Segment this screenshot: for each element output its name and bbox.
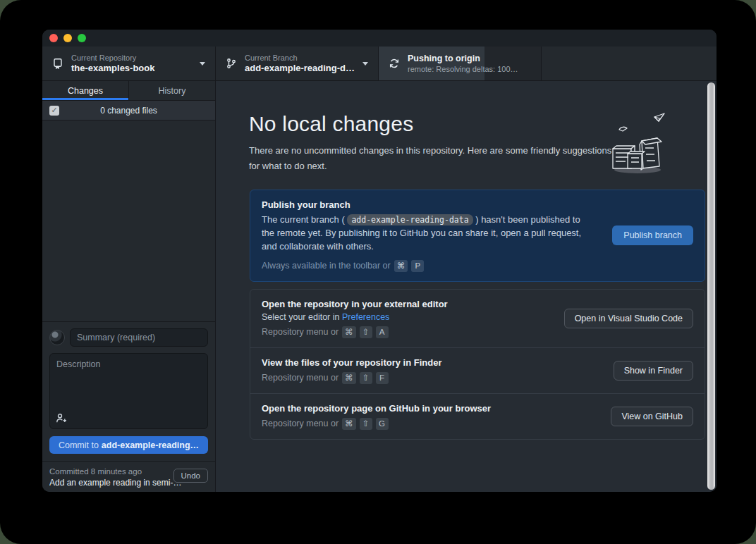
sidebar-tabs: Changes History: [42, 81, 215, 101]
zoom-button[interactable]: [78, 34, 86, 42]
cmd-key: ⌘: [342, 326, 356, 338]
close-button[interactable]: [49, 34, 58, 42]
changes-checkbox[interactable]: ✓: [49, 106, 59, 116]
chevron-down-icon: [200, 62, 205, 66]
g-key: G: [376, 418, 389, 430]
no-changes-illustration: [601, 111, 671, 176]
suggestion-shortcut: Repository menu or ⌘ ⇧ F: [262, 372, 602, 384]
cmd-key: ⌘: [342, 372, 356, 384]
current-branch-selector[interactable]: Current Branch add-example-reading-d…: [216, 47, 379, 80]
changed-files-count: 0 changed files: [42, 106, 215, 116]
chevron-down-icon: [362, 62, 368, 66]
page-subtitle: There are no uncommitted changes in this…: [249, 143, 612, 174]
push-to-origin-button[interactable]: Pushing to origin remote: Resolving delt…: [379, 47, 542, 80]
publish-branch-card: Publish your branch The current branch (…: [250, 190, 705, 282]
suggestion-view-on-github: Open the repository page on GitHub in yo…: [250, 393, 705, 439]
preferences-link[interactable]: Preferences: [342, 312, 389, 322]
changes-list-empty-area: [42, 120, 215, 321]
suggestion-shortcut: Repository menu or ⌘ ⇧ G: [262, 418, 599, 430]
cmd-key: ⌘: [342, 418, 356, 430]
suggestion-subtext: Select your editor in Preferences: [262, 312, 553, 322]
commit-button[interactable]: Commit to add-example-reading…: [49, 436, 208, 454]
shift-key: ⇧: [360, 326, 372, 338]
f-key: F: [376, 372, 389, 384]
sidebar: Changes History ✓ 0 changed files: [42, 81, 216, 492]
suggestion-show-in-finder: View the files of your repository in Fin…: [250, 347, 705, 393]
push-subtitle: remote: Resolving deltas: 100…: [408, 64, 531, 74]
no-changes-hero: No local changes There are no uncommitte…: [249, 112, 705, 174]
tab-changes[interactable]: Changes: [42, 81, 128, 100]
branch-selector-value: add-example-reading-d…: [245, 63, 357, 74]
suggestion-title: Open the repository page on GitHub in yo…: [262, 403, 599, 414]
suggestion-open-editor: Open the repository in your external edi…: [250, 290, 705, 347]
add-coauthor-icon[interactable]: [56, 413, 68, 424]
suggestion-title: Open the repository in your external edi…: [262, 299, 553, 309]
avatar: [49, 330, 65, 345]
publish-card-body: The current branch ( add-example-reading…: [262, 214, 590, 254]
push-title: Pushing to origin: [408, 53, 531, 64]
github-desktop-window: Current Repository the-examples-book Cur…: [42, 30, 717, 492]
suggestion-title: View the files of your repository in Fin…: [262, 357, 602, 368]
publish-shortcut-hint: Always available in the toolbar or ⌘ P: [262, 260, 601, 272]
summary-input[interactable]: [70, 328, 208, 347]
suggestions-card: Open the repository in your external edi…: [250, 289, 705, 440]
open-in-editor-button[interactable]: Open in Visual Studio Code: [564, 309, 693, 328]
p-key: P: [411, 260, 424, 272]
branch-selector-label: Current Branch: [245, 54, 357, 63]
commit-form: Commit to add-example-reading…: [42, 321, 215, 461]
undo-button[interactable]: Undo: [173, 469, 209, 483]
description-box: [49, 353, 208, 429]
repo-icon: [52, 58, 63, 69]
cmd-key: ⌘: [394, 260, 408, 272]
shift-key: ⇧: [360, 418, 372, 430]
sync-icon: [389, 58, 400, 69]
a-key: A: [376, 326, 389, 338]
suggestion-shortcut: Repository menu or ⌘ ⇧ A: [262, 326, 553, 338]
description-input[interactable]: [50, 354, 207, 410]
vertical-scrollbar[interactable]: [707, 82, 715, 490]
toolbar: Current Repository the-examples-book Cur…: [42, 47, 717, 81]
repo-selector-value: the-examples-book: [71, 63, 194, 74]
traffic-lights: [49, 34, 86, 42]
publish-card-title: Publish your branch: [262, 199, 601, 210]
current-repository-selector[interactable]: Current Repository the-examples-book: [42, 47, 216, 80]
repo-selector-label: Current Repository: [71, 54, 194, 63]
main-content: No local changes There are no uncommitte…: [216, 81, 717, 492]
titlebar: [42, 30, 717, 47]
git-branch-icon: [226, 58, 237, 69]
changed-files-row: ✓ 0 changed files: [42, 101, 215, 120]
minimize-button[interactable]: [63, 34, 72, 42]
shift-key: ⇧: [360, 372, 372, 384]
last-commit-bar: Committed 8 minutes ago Add an example r…: [42, 461, 215, 492]
view-on-github-button[interactable]: View on GitHub: [611, 407, 693, 426]
tab-history[interactable]: History: [128, 81, 215, 100]
show-in-finder-button[interactable]: Show in Finder: [614, 361, 693, 381]
branch-name-chip: add-example-reading-data: [347, 214, 472, 225]
publish-branch-button[interactable]: Publish branch: [612, 225, 693, 245]
